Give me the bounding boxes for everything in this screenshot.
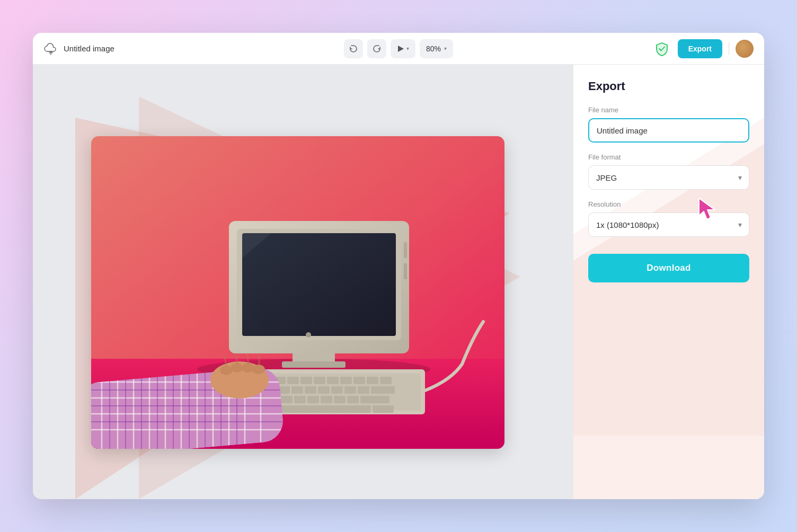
svg-rect-36 [344, 386, 356, 394]
svg-rect-50 [373, 405, 394, 413]
download-button[interactable]: Download [588, 254, 749, 282]
svg-rect-43 [307, 396, 319, 403]
resolution-label: Resolution [588, 200, 749, 208]
svg-rect-21 [287, 377, 299, 384]
svg-rect-38 [371, 386, 395, 394]
file-name-label: File name [588, 106, 749, 114]
svg-rect-33 [305, 386, 316, 394]
svg-rect-37 [358, 386, 369, 394]
header-left: Untitled image [43, 41, 280, 56]
avatar-image [736, 40, 754, 58]
play-button[interactable]: ▾ [391, 39, 415, 58]
svg-point-83 [231, 363, 243, 373]
cloud-icon [43, 41, 58, 56]
file-name-input[interactable] [588, 118, 749, 143]
svg-rect-26 [353, 377, 365, 384]
svg-rect-42 [294, 396, 306, 403]
file-format-select[interactable]: JPEG PNG SVG PDF WebP [588, 165, 749, 190]
svg-rect-15 [404, 263, 407, 279]
header: Untitled image ▾ [33, 33, 764, 65]
svg-rect-25 [340, 377, 352, 384]
svg-rect-46 [347, 396, 359, 403]
svg-rect-28 [380, 377, 392, 384]
svg-rect-23 [314, 377, 325, 384]
zoom-chevron: ▾ [444, 46, 447, 51]
svg-rect-41 [281, 396, 293, 403]
canvas-area [33, 65, 573, 499]
play-chevron: ▾ [406, 46, 409, 51]
resolution-field-group: Resolution 1x (1080*1080px) 2x (2160*216… [588, 200, 749, 237]
resolution-select-wrap: 1x (1080*1080px) 2x (2160*2160px) 0.5x (… [588, 212, 749, 237]
retro-computer-scene [91, 136, 504, 449]
svg-point-84 [242, 363, 254, 373]
shield-icon-wrap[interactable] [652, 39, 671, 58]
undo-button[interactable] [344, 39, 363, 58]
svg-rect-24 [327, 377, 339, 384]
export-header-button[interactable]: Export [678, 39, 722, 58]
file-name-field-group: File name [588, 106, 749, 153]
svg-rect-8 [282, 361, 346, 368]
header-center: ▾ 80% ▾ [280, 39, 517, 58]
zoom-value: 80% [426, 45, 441, 53]
main-area: Export File name File format JPEG PNG SV… [33, 65, 764, 499]
svg-rect-35 [331, 386, 343, 394]
svg-rect-44 [321, 396, 332, 403]
svg-rect-34 [318, 386, 330, 394]
file-format-label: File format [588, 153, 749, 161]
svg-rect-49 [270, 405, 371, 413]
svg-rect-27 [367, 377, 378, 384]
header-right: Export [517, 39, 754, 58]
svg-rect-45 [334, 396, 346, 403]
svg-point-13 [306, 332, 311, 338]
doc-title: Untitled image [64, 44, 114, 53]
svg-point-85 [252, 365, 265, 374]
svg-rect-32 [291, 386, 303, 394]
avatar[interactable] [736, 40, 754, 58]
canvas-image-frame [91, 136, 504, 449]
svg-rect-47 [360, 396, 389, 403]
file-format-field-group: File format JPEG PNG SVG PDF WebP ▾ [588, 153, 749, 190]
svg-rect-14 [404, 242, 407, 258]
redo-button[interactable] [367, 39, 386, 58]
resolution-select[interactable]: 1x (1080*1080px) 2x (2160*2160px) 0.5x (… [588, 212, 749, 237]
export-panel-title: Export [588, 79, 749, 93]
svg-rect-22 [300, 377, 312, 384]
file-format-select-wrap: JPEG PNG SVG PDF WebP ▾ [588, 165, 749, 190]
panel-content: Export File name File format JPEG PNG SV… [588, 79, 749, 282]
header-divider [729, 42, 729, 55]
svg-marker-1 [398, 46, 404, 52]
zoom-selector[interactable]: 80% ▾ [420, 39, 453, 58]
svg-rect-11 [242, 233, 396, 336]
export-panel: Export File name File format JPEG PNG SV… [573, 65, 764, 499]
app-window: Untitled image ▾ [33, 33, 764, 499]
